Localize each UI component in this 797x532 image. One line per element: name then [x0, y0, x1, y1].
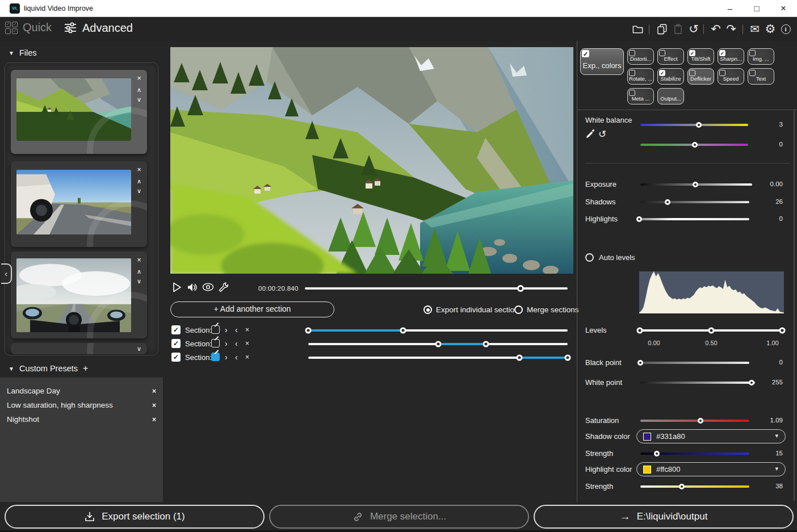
section-delete-icon[interactable]: × [245, 339, 249, 348]
preset-item[interactable]: Nightshot × [7, 413, 156, 426]
file-thumbnail-3[interactable]: × ∧ ∨ [11, 252, 147, 338]
section-next-icon[interactable]: › [225, 339, 228, 348]
exposure-handle[interactable] [693, 182, 698, 187]
white-point-slider[interactable] [640, 382, 755, 384]
thumbnail-1-move-down-icon[interactable]: ∨ [135, 95, 144, 104]
filter-exp-colors[interactable]: ✓ Exp., colors [580, 48, 624, 75]
seek-slider[interactable] [305, 287, 568, 290]
shadow-strength-handle[interactable] [654, 451, 660, 456]
thumbnail-1-close-icon[interactable]: × [135, 74, 144, 83]
saturation-slider[interactable] [640, 420, 749, 422]
preset-delete-icon[interactable]: × [152, 384, 156, 398]
file-thumbnail-1[interactable]: × ∧ ∨ [11, 70, 147, 154]
section-end-handle[interactable]: ‹ [400, 328, 406, 334]
section-end-handle[interactable]: ‹ [565, 355, 571, 361]
mute-button[interactable] [187, 282, 199, 295]
filter-speed[interactable]: ✓Speed [718, 68, 744, 85]
highlights-handle[interactable] [636, 216, 642, 222]
filter-img[interactable]: ✓Img. ... [748, 48, 774, 65]
shadow-color-dropdown[interactable]: #331a80 ▾ [636, 429, 786, 443]
thumbnail-1-move-up-icon[interactable]: ∧ [135, 85, 144, 94]
section-end-handle[interactable]: ‹ [483, 341, 489, 347]
wb-tint-slider[interactable] [640, 144, 748, 146]
filter-stabilize[interactable]: ✓Stabilize [657, 68, 684, 85]
tools-button[interactable] [217, 282, 229, 295]
section-checkbox[interactable]: ✓ [171, 339, 181, 348]
section-edit-icon[interactable] [211, 339, 220, 347]
add-preset-button[interactable]: + [83, 363, 88, 374]
tab-quick[interactable]: ✓✓✓ Quick [5, 21, 52, 34]
highlight-strength-handle[interactable] [679, 484, 685, 489]
undo-button[interactable]: ↶ [708, 22, 723, 36]
wb-reset-button[interactable]: ↺ [598, 128, 606, 140]
duplicate-button[interactable] [655, 22, 669, 36]
section-start-handle[interactable]: › [305, 328, 312, 334]
minimize-button[interactable]: – [717, 0, 743, 17]
export-individual-radio[interactable]: Export individual sections [423, 305, 522, 314]
seek-handle[interactable] [517, 285, 524, 292]
maximize-button[interactable]: □ [744, 0, 770, 17]
thumbnail-2-close-icon[interactable]: × [135, 165, 144, 174]
file-thumbnail-4-partial[interactable]: ∨ [11, 343, 147, 354]
section-next-icon[interactable]: › [225, 325, 228, 334]
sidebar-collapse-handle[interactable]: ‹ [1, 263, 12, 284]
shadow-strength-slider[interactable] [640, 453, 749, 455]
preset-delete-icon[interactable]: × [152, 399, 156, 412]
filter-effect[interactable]: ✓Effect [657, 48, 684, 65]
section-checkbox[interactable]: ✓ [171, 353, 181, 362]
export-selection-button[interactable]: Export selection (1) [5, 505, 265, 529]
paste-button[interactable] [670, 22, 685, 36]
section-delete-icon[interactable]: × [245, 353, 249, 362]
thumbnail-2-move-down-icon[interactable]: ∨ [135, 186, 144, 195]
about-button[interactable]: i [778, 22, 793, 36]
redo-button[interactable]: ↷ [724, 22, 739, 36]
section-start-handle[interactable]: › [517, 355, 523, 361]
section-edit-icon[interactable] [211, 325, 220, 334]
exposure-slider[interactable] [640, 183, 752, 186]
white-point-handle[interactable] [749, 380, 754, 386]
wb-tint-handle[interactable] [692, 142, 698, 148]
filter-output[interactable]: ✓Output... [657, 88, 684, 104]
wb-temperature-handle[interactable] [696, 122, 702, 128]
filter-sharpen[interactable]: ✓Sharpn... [718, 48, 744, 65]
section-prev-icon[interactable]: ‹ [235, 325, 238, 334]
shadows-handle[interactable] [665, 199, 670, 205]
feedback-button[interactable]: ✉ [748, 22, 762, 36]
shadows-slider[interactable] [640, 201, 749, 203]
black-point-slider[interactable] [640, 362, 749, 364]
filter-rotate[interactable]: ✓Rotate, ... [627, 68, 654, 85]
filter-deflicker[interactable]: ✓Deflicker [687, 68, 714, 85]
close-button[interactable]: × [770, 0, 796, 17]
section-edit-icon-active[interactable] [211, 353, 220, 361]
files-section-header[interactable]: ▼ Files [9, 48, 37, 57]
section-prev-icon[interactable]: ‹ [235, 339, 238, 348]
section-prev-icon[interactable]: ‹ [235, 353, 238, 362]
preset-item[interactable]: Landscape Day × [7, 384, 156, 398]
scroll-more-icon[interactable]: ∨ [135, 344, 144, 353]
black-point-handle[interactable] [637, 360, 643, 366]
panel-scrollbar[interactable] [794, 109, 795, 501]
open-folder-button[interactable] [630, 22, 645, 36]
filter-tilt-shift[interactable]: ✓Tilt/Shift [687, 48, 714, 65]
file-thumbnail-2[interactable]: × ∧ ∨ [11, 161, 147, 247]
preview-toggle-button[interactable] [202, 283, 214, 294]
section-delete-icon[interactable]: × [245, 325, 249, 334]
play-button[interactable] [172, 282, 182, 295]
presets-section-header[interactable]: ▼ Custom Presets + [9, 363, 88, 374]
reset-button[interactable]: ↺ [686, 22, 701, 36]
levels-mid-handle[interactable] [708, 328, 714, 334]
section-range-slider[interactable]: › ‹ [308, 329, 568, 332]
filter-text[interactable]: ✓Text [748, 68, 774, 85]
video-preview[interactable] [170, 47, 573, 274]
tab-advanced[interactable]: Advanced [64, 21, 133, 35]
highlight-strength-slider[interactable] [640, 485, 749, 488]
output-folder-button[interactable]: → E:\liquivid\output [534, 505, 794, 529]
levels-low-handle[interactable] [637, 328, 643, 334]
add-section-button[interactable]: + Add another section [170, 301, 334, 317]
filter-distortion[interactable]: ✓Distorti... [627, 48, 654, 65]
auto-levels-toggle[interactable]: Auto levels [585, 253, 635, 262]
saturation-handle[interactable] [698, 418, 703, 424]
wb-temperature-slider[interactable] [640, 124, 748, 126]
thumbnail-3-move-down-icon[interactable]: ∨ [135, 277, 144, 286]
checkbox-checked-icon[interactable]: ✓ [582, 50, 589, 57]
